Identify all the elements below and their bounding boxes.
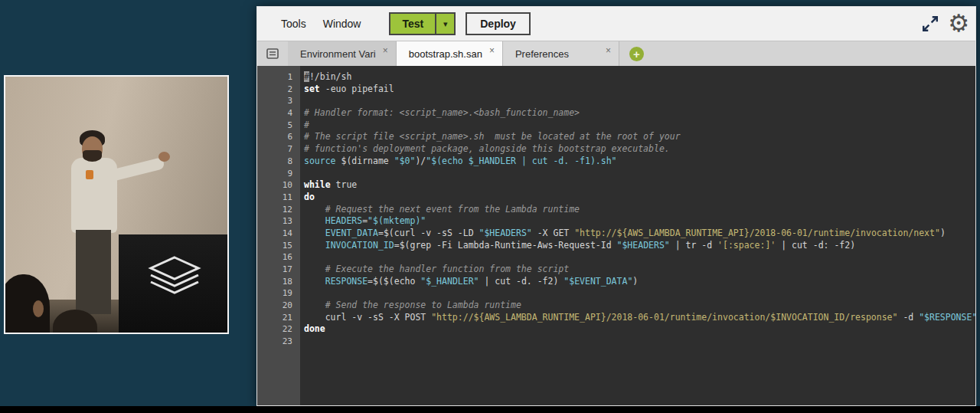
line-number[interactable]: 10 <box>257 179 300 192</box>
code-line[interactable]: 10while true <box>257 179 975 192</box>
code-line-text <box>300 168 304 180</box>
code-line[interactable]: 6# The script file <script_name>.sh must… <box>257 131 975 143</box>
code-line[interactable]: 18 RESPONSE=$($(echo "$_HANDLER" | cut -… <box>257 276 975 288</box>
line-number[interactable]: 16 <box>257 251 300 264</box>
line-number[interactable]: 2 <box>257 84 300 96</box>
podium-layers-logo-icon <box>148 254 201 300</box>
line-number[interactable]: 8 <box>257 156 300 168</box>
code-line[interactable]: 14 EVENT_DATA=$(curl -v -sS -LD "$HEADER… <box>257 228 975 240</box>
code-line-text: INVOCATION_ID=$(grep -Fi Lambda-Runtime-… <box>300 240 855 252</box>
code-line[interactable]: 8source $(dirname "$0")/"$(echo $_HANDLE… <box>257 156 975 168</box>
code-line-text: curl -v -sS -X POST "http://${AWS_LAMBDA… <box>300 312 975 324</box>
code-line[interactable]: 3 <box>257 95 975 107</box>
presenter-video <box>4 75 229 334</box>
shirt-logo <box>86 170 93 179</box>
code-line-text: # Request the next event from the Lambda… <box>300 204 580 216</box>
code-line[interactable]: 22done <box>257 323 975 336</box>
code-line-text: EVENT_DATA=$(curl -v -sS -LD "$HEADERS" … <box>300 228 946 240</box>
line-number[interactable]: 4 <box>257 107 300 120</box>
code-line[interactable]: 23 <box>257 336 975 348</box>
line-number[interactable]: 14 <box>257 228 300 240</box>
line-number[interactable]: 22 <box>257 323 300 336</box>
line-number[interactable]: 20 <box>257 300 300 312</box>
chevron-down-icon: ▾ <box>443 19 448 29</box>
menu-tools[interactable]: Tools <box>273 18 315 30</box>
presenter-legs <box>76 230 111 314</box>
code-line-text: # Execute the handler function from the … <box>300 264 569 276</box>
line-number[interactable]: 6 <box>257 131 300 143</box>
line-number[interactable]: 12 <box>257 204 300 216</box>
code-line[interactable]: 1#!/bin/sh <box>257 71 975 84</box>
line-number[interactable]: 9 <box>257 168 300 180</box>
code-line[interactable]: 11do <box>257 192 975 204</box>
line-number[interactable]: 17 <box>257 264 300 276</box>
code-line-text: #!/bin/sh <box>300 71 351 84</box>
line-number[interactable]: 7 <box>257 143 300 156</box>
code-line[interactable]: 5# <box>257 120 975 132</box>
code-line[interactable]: 2set -euo pipefail <box>257 84 975 96</box>
close-icon[interactable]: × <box>383 45 388 56</box>
tabbar: Environment Vari × bootstrap.sh.san × Pr… <box>257 41 975 66</box>
code-line[interactable]: 4# Handler format: <script_name>.<bash_f… <box>257 107 975 120</box>
close-icon[interactable]: × <box>489 45 495 56</box>
new-tab-button[interactable]: + <box>629 47 644 61</box>
menu-window[interactable]: Window <box>315 18 370 30</box>
presenter-hand <box>158 152 170 162</box>
line-number[interactable]: 5 <box>257 120 300 132</box>
deploy-button[interactable]: Deploy <box>466 12 531 35</box>
code-line-text <box>300 287 304 300</box>
code-line[interactable]: 13 HEADERS="$(mktemp)" <box>257 215 975 228</box>
line-number[interactable]: 13 <box>257 215 300 228</box>
line-number[interactable]: 11 <box>257 192 300 204</box>
line-number[interactable]: 21 <box>257 312 300 324</box>
code-line-text: source $(dirname "$0")/"$(echo $_HANDLER… <box>300 156 617 168</box>
tab-label: bootstrap.sh.san <box>409 48 482 60</box>
code-line[interactable]: 9 <box>257 168 975 180</box>
gear-icon[interactable]: ⚙ <box>948 11 969 35</box>
code-line-text: do <box>300 192 315 204</box>
code-line[interactable]: 7# function's deployment package, alongs… <box>257 143 975 156</box>
menubar: Tools Window Test ▾ Deploy ⚙ <box>257 7 975 41</box>
tab-label: Environment Vari <box>300 48 376 60</box>
screen-bottom-bezel <box>0 406 980 413</box>
code-line[interactable]: 12 # Request the next event from the Lam… <box>257 204 975 216</box>
test-dropdown-button[interactable]: ▾ <box>435 14 454 34</box>
tab-preferences[interactable]: Preferences × <box>503 41 619 66</box>
code-line[interactable]: 21 curl -v -sS -X POST "http://${AWS_LAM… <box>257 312 975 324</box>
code-line-text: # function's deployment package, alongsi… <box>300 143 670 156</box>
code-area: 1#!/bin/sh2set -euo pipefail34# Handler … <box>257 71 975 348</box>
code-line[interactable]: 20 # Send the response to Lambda runtime <box>257 300 975 312</box>
code-line-text <box>300 336 304 348</box>
presenter-body <box>71 158 117 233</box>
code-line-text <box>300 95 304 107</box>
tab-bootstrap-sh[interactable]: bootstrap.sh.san × <box>397 41 503 66</box>
test-button[interactable]: Test <box>390 14 435 34</box>
line-number[interactable]: 19 <box>257 287 300 300</box>
close-icon[interactable]: × <box>606 45 611 56</box>
test-split-button: Test ▾ <box>389 12 456 35</box>
code-line-text: # <box>300 120 309 132</box>
code-editor[interactable]: 1#!/bin/sh2set -euo pipefail34# Handler … <box>257 66 975 405</box>
audience-face <box>33 300 44 317</box>
code-line[interactable]: 15 INVOCATION_ID=$(grep -Fi Lambda-Runti… <box>257 240 975 252</box>
screen: Tools Window Test ▾ Deploy ⚙ <box>0 0 980 413</box>
ide-window: Tools Window Test ▾ Deploy ⚙ <box>256 6 976 406</box>
podium <box>119 234 229 334</box>
code-line-text: # Handler format: <script_name>.<bash_fu… <box>300 107 580 120</box>
code-line-text: HEADERS="$(mktemp)" <box>300 215 426 228</box>
code-line-text: while true <box>300 179 357 192</box>
code-line-text: RESPONSE=$($(echo "$_HANDLER" | cut -d. … <box>300 276 638 288</box>
tab-list-icon[interactable] <box>257 41 288 66</box>
line-number[interactable]: 18 <box>257 276 300 288</box>
code-line[interactable]: 17 # Execute the handler function from t… <box>257 264 975 276</box>
fullscreen-icon[interactable] <box>922 15 939 32</box>
code-line[interactable]: 16 <box>257 251 975 264</box>
line-number[interactable]: 1 <box>257 71 300 84</box>
line-number[interactable]: 3 <box>257 95 300 107</box>
code-line[interactable]: 19 <box>257 287 975 300</box>
line-number[interactable]: 23 <box>257 336 300 348</box>
presenter-beard <box>83 150 102 162</box>
line-number[interactable]: 15 <box>257 240 300 252</box>
code-line-text: done <box>300 323 325 336</box>
tab-environment-variables[interactable]: Environment Vari × <box>288 41 397 66</box>
